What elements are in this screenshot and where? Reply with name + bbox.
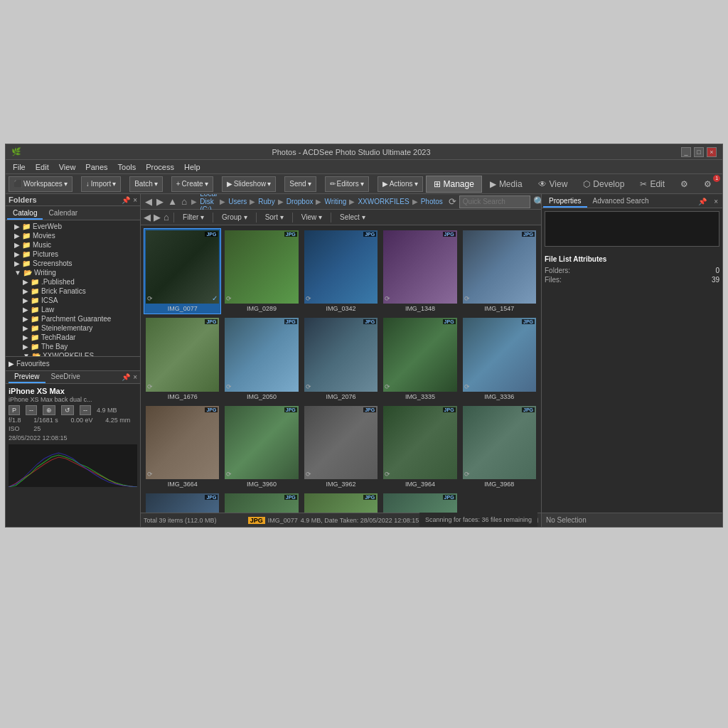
menu-view[interactable]: View bbox=[55, 161, 80, 173]
breadcrumb-xxworkfiles[interactable]: XXWORKFILES bbox=[358, 198, 409, 205]
breadcrumb-users[interactable]: Users bbox=[228, 198, 247, 205]
tab-calendar[interactable]: Calendar bbox=[43, 208, 83, 220]
tree-item-music[interactable]: ▶ 📁 Music bbox=[6, 240, 140, 250]
view-options-button[interactable]: View ▾ bbox=[297, 211, 326, 224]
file-item-img2076[interactable]: JPG ⟳ IMG_2076 bbox=[302, 316, 380, 402]
select-button[interactable]: Select ▾ bbox=[336, 211, 370, 224]
tree-item-the-bay[interactable]: ▶ 📁 The Bay bbox=[6, 342, 140, 351]
tree-item-brick-fanatics[interactable]: ▶ 📁 Brick Fanatics bbox=[6, 287, 140, 296]
tab-extra2[interactable]: ⚙ 1 bbox=[696, 176, 719, 193]
breadcrumb-writing[interactable]: Writing bbox=[324, 198, 346, 205]
menu-edit[interactable]: Edit bbox=[31, 161, 53, 173]
file-item-img3962[interactable]: JPG ⟳ IMG_3962 bbox=[302, 404, 380, 490]
breadcrumb-ruby[interactable]: Ruby bbox=[258, 198, 274, 205]
import-button[interactable]: ↓ Import ▾ bbox=[81, 176, 121, 192]
nav-forward-button[interactable]: ▶ bbox=[155, 196, 165, 207]
tab-view[interactable]: 👁 View bbox=[530, 176, 576, 193]
file-item-img0289[interactable]: JPG ⟳ IMG_0289 bbox=[223, 228, 300, 314]
tree-item-xxworkfiles[interactable]: ▼ 📂 XXWORKFILES bbox=[6, 351, 140, 356]
nav-up-button[interactable]: ▲ bbox=[166, 196, 178, 207]
file-item-img3335[interactable]: JPG ⟳ IMG_3335 bbox=[381, 316, 459, 402]
slideshow-button[interactable]: ▶ Slideshow ▾ bbox=[222, 176, 277, 192]
file-item-partial4[interactable]: JPG bbox=[381, 491, 459, 513]
menu-help[interactable]: Help bbox=[180, 161, 205, 173]
editors-button[interactable]: ✏ Editors ▾ bbox=[325, 176, 369, 192]
file-item-img0077[interactable]: JPG ⟳ ✓ IMG_0077 bbox=[144, 228, 221, 314]
tab-preview[interactable]: Preview bbox=[9, 371, 46, 383]
file-item-img3964[interactable]: JPG ⟳ IMG_3964 bbox=[381, 404, 459, 490]
tab-properties[interactable]: Properties bbox=[543, 196, 587, 208]
filter-button[interactable]: Filter ▾ bbox=[178, 211, 208, 224]
tree-item-screenshots[interactable]: ▶ 📁 Screenshots bbox=[6, 259, 140, 268]
tab-seedrive[interactable]: SeeDrive bbox=[46, 371, 86, 383]
tab-media[interactable]: ▶ Media bbox=[482, 176, 530, 193]
menu-process[interactable]: Process bbox=[141, 161, 178, 173]
tree-item-pictures[interactable]: ▶ 📁 Pictures bbox=[6, 250, 140, 259]
tree-item-icsa[interactable]: ▶ 📁 ICSA bbox=[6, 296, 140, 305]
workspaces-button[interactable]: ⬛ Workspaces ▾ bbox=[9, 176, 73, 192]
tab-manage[interactable]: ⊞ Manage bbox=[426, 176, 482, 193]
menu-panes[interactable]: Panes bbox=[81, 161, 112, 173]
tree-item-steinelementary[interactable]: ▶ 📁 Steinelementary bbox=[6, 323, 140, 333]
file-item-img1547[interactable]: JPG ⟳ IMG_1547 bbox=[461, 228, 538, 314]
file-item-partial1[interactable]: JPG bbox=[144, 491, 221, 513]
search-textarea[interactable] bbox=[545, 211, 719, 247]
folders-close-button[interactable]: × bbox=[133, 196, 137, 204]
right-panel-close-button[interactable]: × bbox=[711, 196, 721, 207]
nav-prev-button[interactable]: ◀ bbox=[144, 212, 151, 223]
file-item-img3664[interactable]: JPG ⟳ IMG_3664 bbox=[144, 404, 221, 490]
search-button[interactable]: 🔍 bbox=[532, 196, 541, 207]
tree-item-everweb[interactable]: ▶ 📁 EverWeb bbox=[6, 222, 140, 231]
jpg-badge-img3335: JPG bbox=[443, 319, 456, 324]
close-button[interactable]: × bbox=[707, 147, 717, 157]
send-button[interactable]: Send ▾ bbox=[284, 176, 316, 192]
file-item-partial2[interactable]: JPG bbox=[223, 491, 300, 513]
aperture-value: f/1.8 bbox=[9, 417, 28, 424]
tree-item-movies[interactable]: ▶ 📁 Movies bbox=[6, 231, 140, 240]
tree-item-law[interactable]: ▶ 📁 Law bbox=[6, 305, 140, 314]
preview-pin-button[interactable]: 📌 bbox=[122, 373, 130, 381]
thumb-img3964 bbox=[383, 406, 456, 479]
tab-catalog[interactable]: Catalog bbox=[7, 208, 43, 220]
file-item-img3336[interactable]: JPG ⟳ IMG_3336 bbox=[461, 316, 538, 402]
quick-search-input[interactable] bbox=[459, 196, 530, 208]
tree-item-parchment[interactable]: ▶ 📁 Parchment Guarantee bbox=[6, 314, 140, 323]
nav-home-button[interactable]: ⌂ bbox=[180, 196, 188, 207]
refresh-icon-img3964: ⟳ bbox=[385, 471, 390, 478]
group-button[interactable]: Group ▾ bbox=[218, 211, 252, 224]
nav-back-button[interactable]: ◀ bbox=[144, 196, 154, 207]
right-panel-pin-button[interactable]: 📌 bbox=[695, 196, 710, 207]
menu-file[interactable]: File bbox=[9, 161, 30, 173]
preview-close-button[interactable]: × bbox=[133, 373, 137, 381]
file-item-img3960[interactable]: JPG ⟳ IMG_3960 bbox=[223, 404, 300, 490]
file-item-img2050[interactable]: JPG ⟳ IMG_2050 bbox=[223, 316, 300, 402]
actions-button[interactable]: ▶ Actions ▾ bbox=[378, 176, 423, 192]
tree-item-techradar[interactable]: ▶ 📁 TechRadar bbox=[6, 333, 140, 342]
folders-pin-button[interactable]: 📌 bbox=[122, 196, 130, 204]
minimize-button[interactable]: _ bbox=[681, 147, 691, 157]
file-item-img1348[interactable]: JPG ⟳ IMG_1348 bbox=[381, 228, 459, 314]
sort-button[interactable]: Sort ▾ bbox=[261, 211, 288, 224]
title-bar-text: Photos - ACDSee Photo Studio Ultimate 20… bbox=[21, 148, 681, 156]
breadcrumb-dropbox[interactable]: Dropbox bbox=[287, 198, 314, 205]
file-item-img0342[interactable]: JPG ⟳ IMG_0342 bbox=[302, 228, 380, 314]
refresh-button[interactable]: ⟳ bbox=[447, 196, 458, 207]
tab-extra1[interactable]: ⚙ bbox=[673, 176, 696, 193]
file-item-img1676[interactable]: JPG ⟳ IMG_1676 bbox=[144, 316, 221, 402]
tree-item-published[interactable]: ▶ 📁 .Published bbox=[6, 277, 140, 287]
tree-item-writing[interactable]: ▼ 📂 Writing bbox=[6, 268, 140, 277]
menu-tools[interactable]: Tools bbox=[114, 161, 141, 173]
home-button2[interactable]: ⌂ bbox=[164, 212, 169, 223]
tab-develop[interactable]: ⬡ Develop bbox=[575, 176, 632, 193]
nav-next-button[interactable]: ▶ bbox=[154, 212, 161, 223]
batch-button[interactable]: Batch ▾ bbox=[129, 176, 163, 192]
file-item-partial3[interactable]: JPG bbox=[302, 491, 380, 513]
breadcrumb-photos[interactable]: Photos bbox=[421, 198, 443, 205]
maximize-button[interactable]: □ bbox=[694, 147, 704, 157]
file-item-img3968[interactable]: JPG ⟳ IMG_3968 bbox=[461, 404, 538, 490]
create-button[interactable]: + Create ▾ bbox=[171, 176, 213, 192]
preview-panel: Preview SeeDrive 📌 × iPhone XS Max iPhon… bbox=[6, 370, 140, 527]
tab-edit[interactable]: ✂ Edit bbox=[632, 176, 673, 193]
file-info: 4.9 MB, Date Taken: 28/05/2022 12:08:15 bbox=[301, 517, 419, 524]
tab-advanced-search[interactable]: Advanced Search bbox=[587, 196, 655, 208]
